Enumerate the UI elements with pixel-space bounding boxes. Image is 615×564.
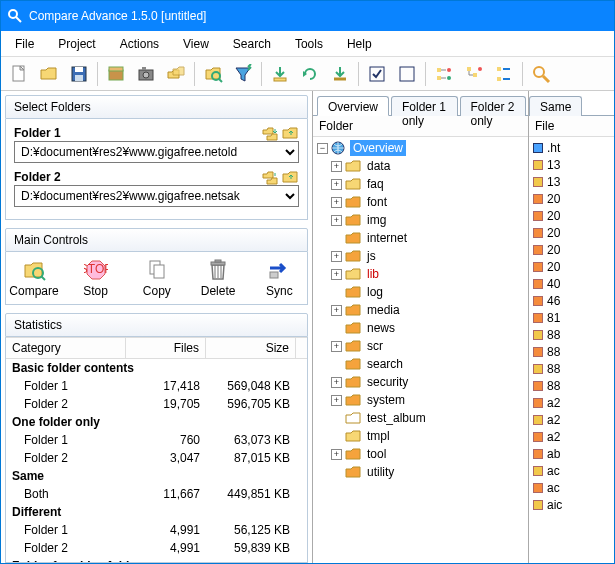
file-header[interactable]: File <box>529 115 614 137</box>
menu-tools[interactable]: Tools <box>285 33 333 55</box>
expand-icon[interactable]: + <box>331 377 342 388</box>
compare-button[interactable]: Compare <box>10 258 58 298</box>
file-item[interactable]: a2 <box>529 428 614 445</box>
tree-node[interactable]: +scr <box>331 337 524 355</box>
file-item[interactable]: 88 <box>529 360 614 377</box>
collapse-icon[interactable]: − <box>317 143 328 154</box>
menu-file[interactable]: File <box>5 33 44 55</box>
folder1-browse-icon[interactable] <box>281 125 299 141</box>
new-icon[interactable] <box>5 60 33 88</box>
expand-icon[interactable]: + <box>331 179 342 190</box>
tree-node[interactable]: internet <box>331 229 524 247</box>
tree-node[interactable]: news <box>331 319 524 337</box>
file-item[interactable]: 40 <box>529 275 614 292</box>
download-icon[interactable] <box>266 60 294 88</box>
folder1-path-select[interactable]: D:¥document¥res2¥www.gigafree.netold <box>14 141 299 163</box>
file-item[interactable]: 13 <box>529 173 614 190</box>
file-item[interactable]: 46 <box>529 292 614 309</box>
folder2-browse-icon[interactable] <box>281 169 299 185</box>
download2-icon[interactable] <box>326 60 354 88</box>
file-status-icon <box>533 500 543 510</box>
file-item[interactable]: ab <box>529 445 614 462</box>
folder1-swap-icon[interactable] <box>261 125 279 141</box>
tree3-icon[interactable] <box>490 60 518 88</box>
file-item[interactable]: 88 <box>529 343 614 360</box>
tree-node[interactable]: search <box>331 355 524 373</box>
tree-root[interactable]: Overview <box>350 140 406 156</box>
menu-search[interactable]: Search <box>223 33 281 55</box>
file-item[interactable]: 13 <box>529 156 614 173</box>
tree-node[interactable]: test_album <box>331 409 524 427</box>
sync-button[interactable]: Sync <box>256 258 303 298</box>
refresh-icon[interactable] <box>296 60 324 88</box>
file-item[interactable]: 88 <box>529 377 614 394</box>
tree-node[interactable]: +font <box>331 193 524 211</box>
tree-node[interactable]: +tool <box>331 445 524 463</box>
expand-icon[interactable]: + <box>331 341 342 352</box>
folders-icon[interactable] <box>162 60 190 88</box>
tree-node[interactable]: +data <box>331 157 524 175</box>
file-item[interactable]: 20 <box>529 207 614 224</box>
menu-project[interactable]: Project <box>48 33 105 55</box>
tree-node[interactable]: +js <box>331 247 524 265</box>
folder2-swap-icon[interactable] <box>261 169 279 185</box>
expand-icon[interactable]: + <box>331 395 342 406</box>
tree-node[interactable]: tmpl <box>331 427 524 445</box>
tree-node[interactable]: +media <box>331 301 524 319</box>
file-item[interactable]: 20 <box>529 258 614 275</box>
stats-col-category[interactable]: Category <box>6 338 126 358</box>
tree-node[interactable]: +img <box>331 211 524 229</box>
file-item[interactable]: 20 <box>529 190 614 207</box>
expand-icon[interactable]: + <box>331 161 342 172</box>
folder-tree[interactable]: −Overview +data+faq+font+imginternet+js+… <box>313 137 528 563</box>
menu-view[interactable]: View <box>173 33 219 55</box>
archive-icon[interactable] <box>102 60 130 88</box>
file-item[interactable]: 20 <box>529 241 614 258</box>
file-item[interactable]: ac <box>529 462 614 479</box>
menu-help[interactable]: Help <box>337 33 382 55</box>
uncheck-icon[interactable] <box>393 60 421 88</box>
tree2-icon[interactable] <box>460 60 488 88</box>
menu-actions[interactable]: Actions <box>110 33 169 55</box>
delete-button[interactable]: Delete <box>195 258 242 298</box>
copy-button[interactable]: Copy <box>133 258 180 298</box>
expand-icon[interactable]: + <box>331 305 342 316</box>
expand-icon[interactable]: + <box>331 449 342 460</box>
stats-col-size[interactable]: Size <box>206 338 296 358</box>
tree-node[interactable]: +faq <box>331 175 524 193</box>
file-item[interactable]: ac <box>529 479 614 496</box>
search-icon[interactable] <box>527 60 555 88</box>
file-item[interactable]: .ht <box>529 139 614 156</box>
save-icon[interactable] <box>65 60 93 88</box>
file-list[interactable]: .ht1313202020202040468188888888a2a2a2aba… <box>529 137 614 515</box>
file-item[interactable]: 88 <box>529 326 614 343</box>
snapshot-icon[interactable] <box>132 60 160 88</box>
tree-node[interactable]: log <box>331 283 524 301</box>
folder-icon <box>345 213 361 227</box>
file-item[interactable]: a2 <box>529 394 614 411</box>
file-item[interactable]: aic <box>529 496 614 513</box>
folder2-path-select[interactable]: D:¥document¥res2¥www.gigafree.netsak <box>14 185 299 207</box>
stats-col-files[interactable]: Files <box>126 338 206 358</box>
expand-icon[interactable]: + <box>331 251 342 262</box>
expand-icon[interactable]: + <box>331 215 342 226</box>
tab-overview[interactable]: Overview <box>317 96 389 116</box>
tree-node[interactable]: utility <box>331 463 524 481</box>
file-item[interactable]: 81 <box>529 309 614 326</box>
file-item[interactable]: 20 <box>529 224 614 241</box>
tab-same[interactable]: Same <box>529 96 582 116</box>
tree1-icon[interactable] <box>430 60 458 88</box>
tab-folder1only[interactable]: Folder 1 only <box>391 96 457 116</box>
open-icon[interactable] <box>35 60 63 88</box>
stop-button[interactable]: STOPStop <box>72 258 119 298</box>
check-icon[interactable] <box>363 60 391 88</box>
compare-icon[interactable] <box>199 60 227 88</box>
tab-folder2only[interactable]: Folder 2 only <box>460 96 526 116</box>
file-item[interactable]: a2 <box>529 411 614 428</box>
tree-node[interactable]: +system <box>331 391 524 409</box>
tree-node[interactable]: +lib <box>331 265 524 283</box>
expand-icon[interactable]: + <box>331 269 342 280</box>
tree-node[interactable]: +security <box>331 373 524 391</box>
expand-icon[interactable]: + <box>331 197 342 208</box>
filter-icon[interactable] <box>229 60 257 88</box>
